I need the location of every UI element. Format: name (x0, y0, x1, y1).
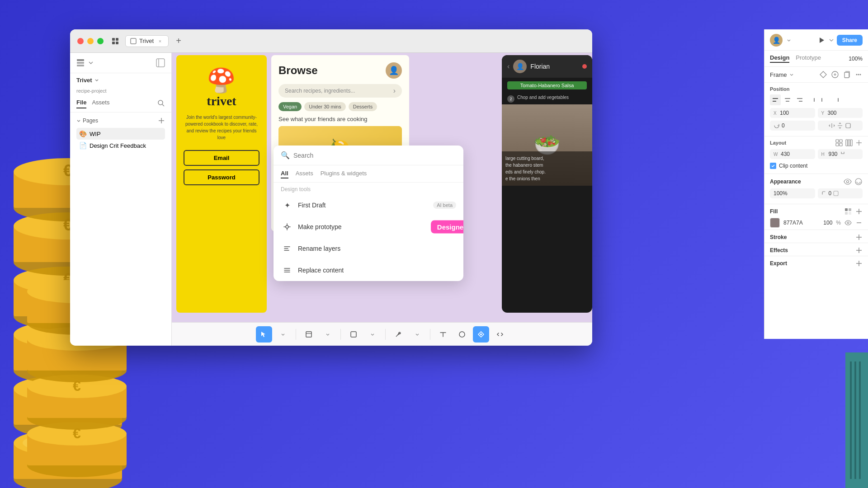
tool-pen[interactable] (390, 326, 406, 343)
add-stroke-icon[interactable] (855, 234, 863, 241)
filter-tag-vegan[interactable]: Vegan (278, 102, 302, 111)
add-tab-button[interactable]: + (172, 35, 185, 47)
tool-text[interactable] (435, 326, 451, 343)
constrain-proportions-icon[interactable] (840, 151, 846, 157)
align-right-btn[interactable] (794, 94, 805, 105)
phone-step: 2 Chop and add vegetables (502, 93, 592, 104)
tab-close-button[interactable]: × (156, 38, 164, 45)
column-layout-icon[interactable] (845, 139, 853, 146)
align-left-btn[interactable] (770, 94, 781, 105)
qa-item-rename-layers[interactable]: Rename layers (274, 238, 463, 259)
fill-style-icon[interactable] (844, 208, 852, 215)
svg-rect-41 (112, 38, 115, 41)
align-bottom-btn[interactable] (831, 94, 842, 105)
remove-fill-icon[interactable] (855, 219, 863, 226)
quick-actions-search-input[interactable] (293, 152, 456, 159)
add-effect-icon[interactable] (855, 247, 863, 254)
canvas-area[interactable]: 🍄 trivet Join the world's largest commun… (172, 53, 592, 346)
fill-visibility-icon[interactable] (844, 219, 852, 226)
filter-tag-desserts[interactable]: Desserts (349, 102, 377, 111)
styles-icon[interactable] (831, 70, 839, 79)
filter-tag-under30[interactable]: Under 30 mins (304, 102, 346, 111)
tool-shape[interactable] (345, 326, 362, 343)
close-button[interactable] (77, 38, 84, 44)
zoom-level[interactable]: 100% (849, 56, 863, 62)
project-name[interactable]: Trivet (70, 73, 171, 87)
page-item-feedback[interactable]: 📄 Design Crit Feedback (76, 140, 165, 151)
minimize-button[interactable] (87, 38, 94, 44)
share-button[interactable]: Share (837, 35, 863, 46)
sidebar-tab-assets[interactable]: Assets (92, 97, 109, 108)
active-tab[interactable]: Trivet × (125, 35, 169, 47)
qa-tab-plugins[interactable]: Plugins & widgets (321, 169, 367, 178)
x-field[interactable]: X 100 (770, 108, 815, 118)
add-page-icon[interactable] (158, 117, 165, 124)
qa-item-first-draft[interactable]: ✦ First Draft AI beta (274, 194, 463, 216)
svg-rect-79 (836, 143, 839, 146)
sidebar-tab-file[interactable]: File (76, 97, 86, 108)
frame-label: Frame (770, 71, 787, 78)
component-icon[interactable] (819, 70, 827, 79)
chevron-down-icon[interactable] (87, 59, 94, 66)
add-export-icon[interactable] (855, 260, 863, 267)
frame-dropdown[interactable] (320, 326, 336, 343)
layers-icon[interactable] (76, 59, 85, 67)
visibility-icon[interactable] (844, 178, 852, 186)
rotation-field[interactable]: 0 (770, 121, 815, 131)
tab-prototype[interactable]: Prototype (796, 54, 821, 63)
y-field[interactable]: Y 300 (818, 108, 863, 118)
tab-icon (130, 38, 137, 44)
fullscreen-button[interactable] (97, 38, 104, 44)
tool-ellipse[interactable] (454, 326, 470, 343)
collapse-icon[interactable] (76, 118, 81, 123)
toggle-sidebar-icon[interactable] (156, 58, 165, 67)
password-button[interactable]: Password (184, 169, 259, 185)
svg-rect-75 (838, 98, 839, 102)
width-field[interactable]: W 430 (770, 149, 815, 159)
tab-design[interactable]: Design (770, 54, 789, 63)
qa-item-make-prototype[interactable]: Make prototype Designer (274, 216, 463, 238)
corner-field[interactable]: 0 (818, 188, 863, 198)
email-button[interactable]: Email (184, 150, 259, 166)
shape-dropdown[interactable] (364, 326, 381, 343)
add-fill-icon[interactable] (855, 208, 863, 215)
align-middle-v-btn[interactable] (819, 94, 830, 105)
tool-component[interactable] (473, 326, 489, 343)
fill-hex-value[interactable]: 877A7A (783, 220, 820, 226)
play-dropdown-icon[interactable] (829, 38, 834, 43)
tool-sep-2 (340, 329, 341, 340)
add-layout-icon[interactable] (855, 139, 863, 146)
svg-rect-69 (785, 98, 790, 99)
app-grid-icon[interactable] (109, 35, 122, 47)
frame-type-selector[interactable]: Frame (770, 71, 794, 78)
pen-dropdown[interactable] (409, 326, 425, 343)
recipe-search-bar[interactable]: Search recipes, ingredients... › (278, 84, 402, 98)
align-top-btn[interactable] (807, 94, 817, 105)
select-dropdown[interactable] (275, 326, 291, 343)
tool-code[interactable] (492, 326, 508, 343)
search-icon[interactable] (157, 99, 165, 107)
page-item-wip[interactable]: 🎨 WIP (76, 128, 165, 140)
grid-layout-icon[interactable] (835, 139, 843, 146)
phone-back-icon[interactable]: ‹ (507, 62, 509, 70)
qa-item-replace-content[interactable]: Replace content (274, 259, 463, 281)
user-avatar-area[interactable]: 👤 (770, 34, 792, 47)
qa-tab-all[interactable]: All (281, 169, 288, 178)
qa-tab-assets[interactable]: Assets (296, 169, 313, 178)
design-prototype-tabs: Design Prototype 100% (764, 51, 868, 67)
flip-field[interactable] (818, 121, 863, 131)
blend-icon[interactable] (854, 178, 863, 186)
more-options-icon[interactable] (854, 70, 863, 79)
svg-rect-49 (156, 59, 165, 67)
copy-icon[interactable] (843, 70, 851, 79)
tool-select[interactable] (256, 326, 272, 343)
clip-checkbox[interactable] (770, 163, 776, 169)
fill-color-swatch[interactable] (770, 218, 780, 228)
tool-frame[interactable] (301, 326, 317, 343)
expand-corners-icon[interactable] (833, 191, 839, 196)
align-center-h-btn[interactable] (782, 94, 793, 105)
height-field[interactable]: H 930 (818, 149, 863, 159)
play-icon[interactable] (817, 36, 826, 45)
svg-line-52 (162, 104, 164, 106)
opacity-field[interactable]: 100% (770, 188, 815, 198)
